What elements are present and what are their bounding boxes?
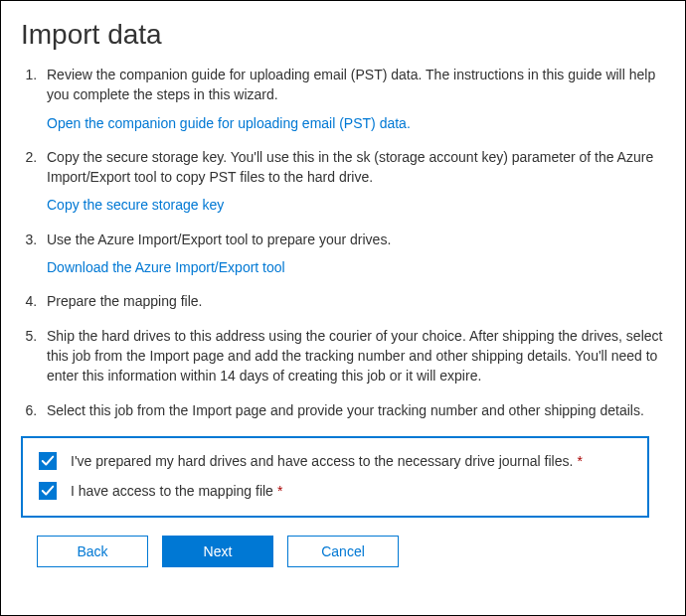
required-star: * bbox=[277, 483, 282, 499]
step-item: Prepare the mapping file. bbox=[41, 291, 665, 311]
next-button[interactable]: Next bbox=[162, 536, 273, 567]
step-item: Ship the hard drives to this address usi… bbox=[41, 326, 665, 386]
check-row-mapping: I have access to the mapping file * bbox=[39, 482, 631, 500]
checkbox-mapping[interactable] bbox=[39, 482, 57, 500]
required-star: * bbox=[577, 453, 582, 469]
back-button[interactable]: Back bbox=[37, 536, 148, 567]
step-text: Review the companion guide for uploading… bbox=[47, 67, 655, 102]
wizard-buttons: Back Next Cancel bbox=[37, 536, 665, 567]
cancel-button[interactable]: Cancel bbox=[287, 536, 399, 567]
step-text: Copy the secure storage key. You'll use … bbox=[47, 149, 653, 185]
step-text: Prepare the mapping file. bbox=[47, 293, 202, 309]
wizard-import-data: Import data Review the companion guide f… bbox=[0, 0, 686, 616]
checkmark-icon bbox=[41, 454, 55, 468]
checkmark-icon bbox=[41, 484, 55, 498]
checkbox-drives-label: I've prepared my hard drives and have ac… bbox=[71, 453, 573, 469]
step-text: Select this job from the Import page and… bbox=[47, 402, 644, 418]
page-title: Import data bbox=[21, 19, 665, 51]
download-import-export-tool-link[interactable]: Download the Azure Import/Export tool bbox=[47, 257, 665, 277]
open-companion-guide-link[interactable]: Open the companion guide for uploading e… bbox=[47, 113, 665, 133]
copy-storage-key-link[interactable]: Copy the secure storage key bbox=[47, 195, 665, 215]
step-text: Ship the hard drives to this address usi… bbox=[47, 328, 662, 385]
step-text: Use the Azure Import/Export tool to prep… bbox=[47, 231, 391, 247]
step-item: Copy the secure storage key. You'll use … bbox=[41, 147, 665, 216]
step-item: Use the Azure Import/Export tool to prep… bbox=[41, 230, 665, 278]
steps-list: Review the companion guide for uploading… bbox=[21, 65, 665, 420]
check-row-drives: I've prepared my hard drives and have ac… bbox=[39, 452, 631, 470]
step-item: Select this job from the Import page and… bbox=[41, 400, 665, 420]
checkbox-drives[interactable] bbox=[39, 452, 57, 470]
confirmation-panel: I've prepared my hard drives and have ac… bbox=[21, 436, 649, 518]
step-item: Review the companion guide for uploading… bbox=[41, 65, 665, 133]
checkbox-mapping-label: I have access to the mapping file bbox=[71, 483, 273, 499]
